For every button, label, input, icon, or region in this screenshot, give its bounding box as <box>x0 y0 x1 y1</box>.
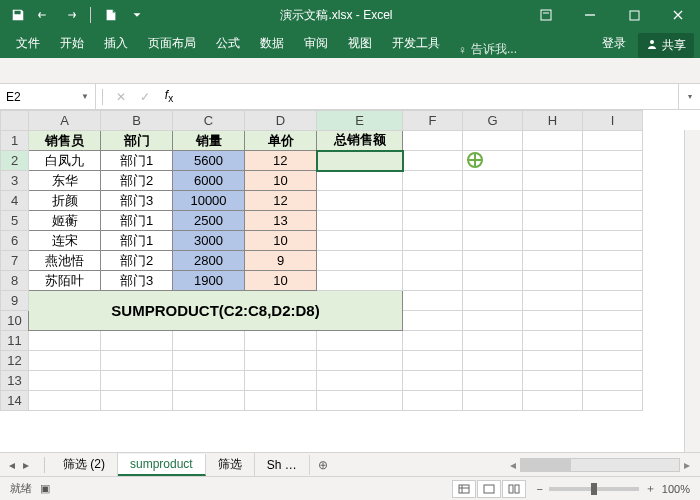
cell[interactable]: 连宋 <box>29 231 101 251</box>
sheet-tab[interactable]: 筛选 (2) <box>51 453 118 476</box>
cell[interactable] <box>101 351 173 371</box>
cell[interactable] <box>583 131 643 151</box>
tab-data[interactable]: 数据 <box>250 29 294 58</box>
cell[interactable] <box>583 311 643 331</box>
cell[interactable] <box>583 151 643 171</box>
share-button[interactable]: 共享 <box>638 33 694 58</box>
cell[interactable] <box>403 351 463 371</box>
cell[interactable] <box>463 391 523 411</box>
cell[interactable] <box>463 131 523 151</box>
cell[interactable]: 2500 <box>173 211 245 231</box>
cell[interactable] <box>403 151 463 171</box>
cell[interactable] <box>523 171 583 191</box>
pagelayout-view-button[interactable] <box>477 480 501 498</box>
cell[interactable] <box>245 391 317 411</box>
cell[interactable] <box>101 371 173 391</box>
save-button[interactable] <box>6 3 30 27</box>
cell[interactable] <box>317 271 403 291</box>
row-3[interactable]: 3 <box>1 171 29 191</box>
cell[interactable] <box>583 351 643 371</box>
ribbon-options-button[interactable] <box>524 0 568 30</box>
row-14[interactable]: 14 <box>1 391 29 411</box>
enter-formula-button[interactable]: ✓ <box>133 90 157 104</box>
cell[interactable]: 折颜 <box>29 191 101 211</box>
cell[interactable]: 3000 <box>173 231 245 251</box>
cell[interactable]: 10000 <box>173 191 245 211</box>
cell[interactable] <box>523 371 583 391</box>
cell[interactable]: 13 <box>245 211 317 231</box>
pagebreak-view-button[interactable] <box>502 480 526 498</box>
col-C[interactable]: C <box>173 111 245 131</box>
close-button[interactable] <box>656 0 700 30</box>
sheet-tab[interactable]: 筛选 <box>206 453 255 476</box>
active-cell[interactable] <box>317 151 403 171</box>
login-button[interactable]: 登录 <box>594 29 634 58</box>
cell[interactable] <box>583 251 643 271</box>
cell[interactable] <box>463 211 523 231</box>
cell[interactable] <box>317 371 403 391</box>
cell[interactable] <box>463 171 523 191</box>
row-11[interactable]: 11 <box>1 331 29 351</box>
cell[interactable] <box>523 331 583 351</box>
cell[interactable]: 10 <box>245 271 317 291</box>
expand-formula-bar[interactable]: ▾ <box>678 84 700 109</box>
row-10[interactable]: 10 <box>1 311 29 331</box>
cell[interactable] <box>173 371 245 391</box>
row-6[interactable]: 6 <box>1 231 29 251</box>
cell[interactable] <box>403 131 463 151</box>
cell[interactable]: 燕池悟 <box>29 251 101 271</box>
cell[interactable]: 12 <box>245 191 317 211</box>
cell[interactable] <box>403 391 463 411</box>
row-8[interactable]: 8 <box>1 271 29 291</box>
col-I[interactable]: I <box>583 111 643 131</box>
cell[interactable] <box>29 391 101 411</box>
cell[interactable] <box>463 151 523 171</box>
normal-view-button[interactable] <box>452 480 476 498</box>
add-sheet-button[interactable]: ⊕ <box>310 458 336 472</box>
col-A[interactable]: A <box>29 111 101 131</box>
cell[interactable]: 部门2 <box>101 171 173 191</box>
cell[interactable] <box>403 211 463 231</box>
tab-review[interactable]: 审阅 <box>294 29 338 58</box>
cell[interactable] <box>583 331 643 351</box>
row-7[interactable]: 7 <box>1 251 29 271</box>
row-4[interactable]: 4 <box>1 191 29 211</box>
cell[interactable] <box>523 271 583 291</box>
cell[interactable] <box>403 291 463 311</box>
cell[interactable]: 12 <box>245 151 317 171</box>
cell[interactable]: 总销售额 <box>317 131 403 151</box>
cell[interactable] <box>523 231 583 251</box>
cell[interactable] <box>29 371 101 391</box>
cell[interactable] <box>583 391 643 411</box>
cell[interactable] <box>101 391 173 411</box>
cell[interactable] <box>523 351 583 371</box>
cell[interactable] <box>523 191 583 211</box>
cell[interactable]: 东华 <box>29 171 101 191</box>
cell[interactable] <box>463 291 523 311</box>
cell[interactable] <box>523 391 583 411</box>
cell[interactable] <box>523 251 583 271</box>
cell[interactable] <box>317 231 403 251</box>
cell[interactable]: 姬蘅 <box>29 211 101 231</box>
col-F[interactable]: F <box>403 111 463 131</box>
cell[interactable] <box>29 331 101 351</box>
cell[interactable] <box>403 311 463 331</box>
minimize-button[interactable] <box>568 0 612 30</box>
cell[interactable] <box>245 331 317 351</box>
vertical-scrollbar[interactable] <box>684 130 700 452</box>
cell[interactable] <box>173 391 245 411</box>
scroll-thumb[interactable] <box>521 459 571 471</box>
row-12[interactable]: 12 <box>1 351 29 371</box>
cell[interactable] <box>245 351 317 371</box>
cell[interactable] <box>583 211 643 231</box>
cell[interactable] <box>317 251 403 271</box>
cell[interactable] <box>173 331 245 351</box>
col-B[interactable]: B <box>101 111 173 131</box>
horizontal-scrollbar[interactable]: ◂ ▸ <box>336 458 700 472</box>
redo-button[interactable] <box>58 3 82 27</box>
cell[interactable] <box>463 191 523 211</box>
cell[interactable] <box>317 211 403 231</box>
zoom-level[interactable]: 100% <box>662 483 690 495</box>
cell[interactable] <box>463 331 523 351</box>
row-13[interactable]: 13 <box>1 371 29 391</box>
